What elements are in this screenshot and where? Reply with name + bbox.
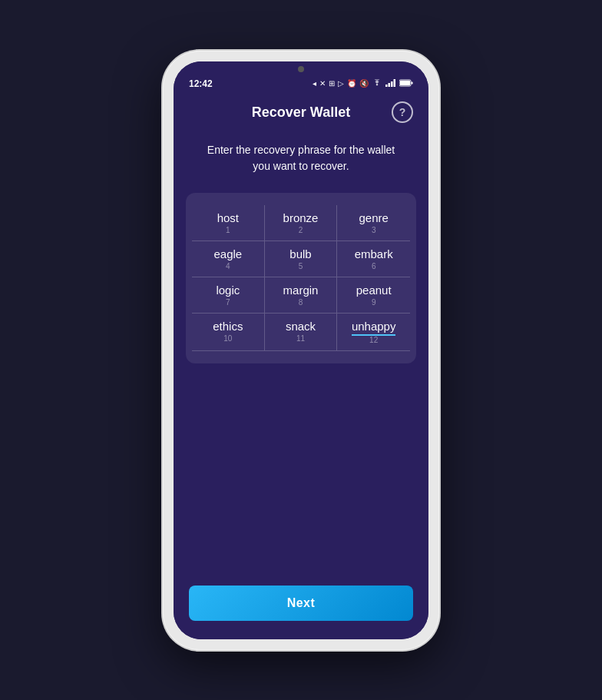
- header: Recover Wallet ?: [174, 92, 428, 127]
- word-8: margin: [283, 280, 319, 298]
- next-button[interactable]: Next: [189, 586, 413, 621]
- battery-icon: [399, 79, 413, 88]
- screen-content: Recover Wallet ? Enter the recovery phra…: [174, 92, 428, 639]
- num-12: 12: [369, 336, 378, 344]
- num-6: 6: [372, 262, 376, 270]
- word-cell-10[interactable]: ethics 10: [192, 314, 265, 351]
- num-3: 3: [372, 226, 376, 234]
- wifi-icon: [372, 79, 382, 88]
- num-8: 8: [299, 298, 303, 307]
- num-2: 2: [299, 226, 303, 234]
- svg-rect-5: [400, 81, 410, 85]
- word-6: embark: [355, 244, 393, 262]
- num-4: 4: [226, 262, 230, 270]
- word-1: host: [217, 208, 239, 226]
- navigation-icon: ◂: [313, 79, 316, 88]
- svg-rect-1: [389, 83, 391, 87]
- word-cell-6[interactable]: embark 6: [337, 241, 410, 277]
- word-3: genre: [359, 208, 388, 226]
- word-cell-9[interactable]: peanut 9: [337, 277, 410, 314]
- num-1: 1: [226, 226, 230, 234]
- apps-icon: ⊞: [329, 79, 335, 88]
- word-cell-12[interactable]: unhappy 12: [337, 314, 410, 351]
- play-icon: ▷: [338, 79, 344, 88]
- signal-icon: [385, 79, 396, 88]
- phone-frame: 12:42 ◂ ✕ ⊞ ▷ ⏰ 🔇: [163, 51, 439, 650]
- word-cell-7[interactable]: logic 7: [192, 277, 265, 314]
- word-cell-4[interactable]: eagle 4: [192, 241, 265, 277]
- word-12: unhappy: [352, 317, 396, 336]
- description-text: Enter the recovery phrase for the wallet…: [174, 127, 428, 193]
- num-10: 10: [223, 334, 232, 343]
- word-cell-1[interactable]: host 1: [192, 205, 265, 241]
- mute-icon: 🔇: [359, 79, 369, 88]
- word-7: logic: [216, 280, 240, 298]
- next-button-container: Next: [174, 573, 428, 639]
- help-icon: ?: [399, 106, 406, 118]
- word-cell-11[interactable]: snack 11: [265, 314, 338, 351]
- num-9: 9: [372, 298, 376, 307]
- screen-record-icon: ✕: [319, 79, 326, 88]
- recovery-grid: host 1 bronze 2 genre 3 eagle 4: [186, 193, 416, 363]
- svg-rect-3: [394, 79, 396, 87]
- word-4: eagle: [213, 244, 242, 262]
- word-cell-8[interactable]: margin 8: [265, 277, 338, 314]
- camera-dot: [298, 66, 304, 72]
- help-button[interactable]: ?: [392, 101, 413, 123]
- word-9: peanut: [356, 280, 392, 298]
- word-2: bronze: [283, 208, 319, 226]
- word-5: bulb: [289, 244, 311, 262]
- num-7: 7: [226, 298, 230, 307]
- phone-top-bar: [174, 61, 428, 72]
- svg-rect-0: [385, 85, 388, 87]
- status-icons: ◂ ✕ ⊞ ▷ ⏰ 🔇: [313, 79, 413, 88]
- svg-rect-2: [391, 81, 393, 87]
- word-10: ethics: [213, 317, 243, 334]
- num-5: 5: [299, 262, 303, 270]
- alarm-icon: ⏰: [347, 79, 356, 88]
- word-grid: host 1 bronze 2 genre 3 eagle 4: [192, 205, 410, 351]
- status-bar: 12:42 ◂ ✕ ⊞ ▷ ⏰ 🔇: [174, 72, 428, 92]
- num-11: 11: [296, 334, 305, 343]
- phone-screen: 12:42 ◂ ✕ ⊞ ▷ ⏰ 🔇: [174, 61, 428, 639]
- word-11: snack: [286, 317, 316, 334]
- status-time: 12:42: [189, 78, 213, 89]
- word-cell-2[interactable]: bronze 2: [265, 205, 338, 241]
- word-cell-3[interactable]: genre 3: [337, 205, 410, 241]
- svg-rect-6: [412, 81, 413, 84]
- page-title: Recover Wallet: [252, 105, 350, 121]
- word-cell-5[interactable]: bulb 5: [265, 241, 338, 277]
